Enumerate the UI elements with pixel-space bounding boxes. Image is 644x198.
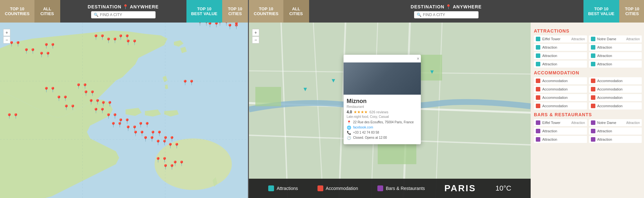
map-pin-sea4[interactable]: 📍 xyxy=(93,108,106,114)
map-legend-bar: Attractions Accommodation Bars & Restaur… xyxy=(249,179,531,198)
pin-icon-left: 📍 xyxy=(123,4,128,9)
map-pin-tr5[interactable]: 📍 xyxy=(233,23,243,28)
map-pin-aus3[interactable]: 📍 xyxy=(172,160,185,166)
map-pin-sea6[interactable]: 📍 xyxy=(105,113,118,119)
map-pin-sea8[interactable]: 📍 xyxy=(118,118,130,124)
map-pin-ea2[interactable]: 📍 xyxy=(105,37,118,43)
map-pin-pac1[interactable]: 📍 xyxy=(182,80,195,86)
attractions-row-4: Attraction Attraction xyxy=(534,61,642,68)
zoom-controls-right: + − xyxy=(252,29,259,43)
attraction-item-1[interactable]: Eiffel Tower Attraction xyxy=(534,35,587,42)
map-pin-sea2[interactable]: 📍 xyxy=(83,90,96,96)
zoom-out-button-left[interactable]: − xyxy=(3,36,10,43)
clock-icon: 🕐 xyxy=(347,136,351,140)
tab-top10-countries-left[interactable]: TOP 10 COUNTRIES xyxy=(0,0,34,23)
attraction-color-4 xyxy=(591,45,595,50)
tab-top10-cities-left[interactable]: TOP 10 CITIES xyxy=(222,0,248,23)
map-pin-aus1[interactable]: 📍 xyxy=(155,157,168,163)
map-pin-sea5[interactable]: 📍 xyxy=(100,101,113,107)
accommodation-item-6[interactable]: Accommodation xyxy=(589,94,642,101)
bar-item-1[interactable]: Eiffel Tower Attraction xyxy=(534,119,587,126)
attractions-row-1: Eiffel Tower Attraction Notre Dame Attra… xyxy=(534,35,642,42)
map-pin-me1[interactable]: 📍 xyxy=(6,113,19,119)
accommodation-color-5 xyxy=(536,95,540,100)
map-pin-ea1[interactable]: 📍 xyxy=(93,34,106,40)
attraction-item-3[interactable]: Attraction xyxy=(534,44,587,51)
attraction-item-8[interactable]: Attraction xyxy=(589,61,642,68)
map-pin-sea11[interactable]: 📍 xyxy=(137,122,150,128)
attraction-item-4[interactable]: Attraction xyxy=(589,44,642,51)
accommodation-item-8[interactable]: Accommodation xyxy=(589,102,642,109)
attractions-section-title: ATTRACTIONS xyxy=(534,28,642,33)
map-pin-ea4[interactable]: 📍 xyxy=(125,39,138,45)
accommodation-item-1[interactable]: Accommodation xyxy=(534,77,587,84)
paris-pin-attraction3[interactable]: ▼ xyxy=(302,86,308,93)
accommodation-color xyxy=(317,185,323,191)
restaurant-popup: × Miznon Restaurant 4.0 ★★★★ 626 reviews xyxy=(344,55,421,144)
bar-item-3[interactable]: Attraction xyxy=(534,127,587,135)
search-input-left[interactable] xyxy=(100,13,153,17)
attraction-color-1 xyxy=(536,37,540,41)
bars-row-1: Eiffel Tower Attraction Notre Dame Attra… xyxy=(534,119,642,126)
popup-close-button[interactable]: × xyxy=(417,56,419,61)
zoom-out-button-right[interactable]: − xyxy=(252,36,259,43)
map-pin-ca4[interactable]: 📍 xyxy=(43,43,56,49)
map-svg-left xyxy=(0,23,248,198)
accommodation-row-3: Accommodation Accommodation xyxy=(534,94,642,101)
tab-all-cities-left[interactable]: ALL CITIES xyxy=(34,0,60,23)
map-pin-sa1[interactable]: 📍 xyxy=(43,87,56,93)
attraction-color-8 xyxy=(591,62,595,66)
paris-pin-attraction1[interactable]: ▼ xyxy=(331,77,336,84)
popup-type: Restaurant xyxy=(347,105,418,108)
attraction-item-5[interactable]: Attraction xyxy=(534,52,587,59)
accommodation-color-7 xyxy=(536,104,540,108)
accommodation-item-4[interactable]: Accommodation xyxy=(589,86,642,93)
map-pin-sea15[interactable]: 📍 xyxy=(162,136,175,142)
zoom-in-button-left[interactable]: + xyxy=(3,29,10,36)
paris-pin-attraction4[interactable]: ▼ xyxy=(429,69,435,75)
zoom-in-button-right[interactable]: + xyxy=(252,29,259,36)
tab-top10-bestvalue-left[interactable]: TOP 10 BEST VALUE xyxy=(186,0,222,23)
popup-tags: Late-night food, Cosy, Casual xyxy=(347,115,418,118)
attractions-color xyxy=(268,185,274,191)
bar-item-2[interactable]: Notre Dame Attraction xyxy=(589,119,642,126)
map-pin-ca3[interactable]: 📍 xyxy=(38,52,51,58)
map-pin-sea12[interactable]: 📍 xyxy=(142,136,155,142)
popup-website[interactable]: 🌐 facebook.com xyxy=(347,126,418,130)
attraction-item-6[interactable]: Attraction xyxy=(589,52,642,59)
bar-color-2 xyxy=(591,120,595,125)
map-pin-sea16[interactable]: 📍 xyxy=(167,143,180,149)
left-nav: TOP 10 COUNTRIES ALL CITIES DESTINATION … xyxy=(0,0,248,23)
paris-map: ▼ ▼ ▼ ▼ ▼ ▼ ▼ ▼ × Miznon xyxy=(249,23,531,198)
search-title-right: DESTINATION 📍 ANYWHERE xyxy=(411,4,482,9)
tab-top10-countries-right[interactable]: TOP 10 COUNTRIES xyxy=(249,0,283,23)
popup-hours: 🕐 Closed. Opens at 12:00 xyxy=(347,136,418,140)
bars-color xyxy=(377,185,383,191)
bar-item-6[interactable]: Attraction xyxy=(589,136,642,143)
map-pin-sa2[interactable]: 📍 xyxy=(56,95,69,101)
search-input-wrap-right: 🔍 xyxy=(414,11,478,18)
accommodation-item-7[interactable]: Accommodation xyxy=(534,102,587,109)
map-pin-sea1[interactable]: 📍 xyxy=(75,83,88,89)
search-input-right[interactable] xyxy=(423,13,476,17)
map-pin-sa3[interactable]: 📍 xyxy=(63,104,76,110)
attraction-item-2[interactable]: Notre Dame Attraction xyxy=(589,35,642,42)
bar-color-3 xyxy=(536,129,540,133)
tab-top10-bestvalue-right[interactable]: TOP 10 BEST VALUE xyxy=(583,0,619,23)
bar-item-4[interactable]: Attraction xyxy=(589,127,642,135)
city-name-label: PARIS xyxy=(444,183,476,193)
attraction-item-7[interactable]: Attraction xyxy=(534,61,587,68)
map-pin-sea13[interactable]: 📍 xyxy=(150,130,163,137)
accommodation-item-3[interactable]: Accommodation xyxy=(534,86,587,93)
map-pin-ca2[interactable]: 📍 xyxy=(23,48,36,54)
tab-all-cities-right[interactable]: ALL CITIES xyxy=(283,0,309,23)
map-pin-sea3[interactable]: 📍 xyxy=(88,99,101,105)
accommodation-color-8 xyxy=(591,104,595,108)
map-pin-ca1[interactable]: 📍 xyxy=(8,41,21,47)
zoom-controls-left: + − xyxy=(3,29,10,43)
accommodation-item-2[interactable]: Accommodation xyxy=(589,77,642,84)
tab-top10-cities-right[interactable]: TOP 10 CITIES xyxy=(619,0,644,23)
bar-item-5[interactable]: Attraction xyxy=(534,136,587,143)
accommodation-item-5[interactable]: Accommodation xyxy=(534,94,587,101)
popup-reviews: 626 reviews xyxy=(369,110,388,114)
